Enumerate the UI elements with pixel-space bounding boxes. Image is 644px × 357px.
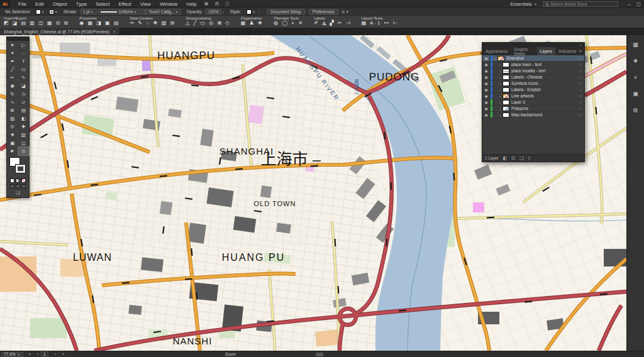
tool-hand[interactable]: ☛ xyxy=(7,147,18,155)
menu-object[interactable]: Object xyxy=(48,1,72,7)
tool-blob-brush[interactable]: ◉ xyxy=(7,82,18,90)
style-swatch[interactable] xyxy=(247,9,252,14)
bridge-icon[interactable]: ◫ xyxy=(222,1,233,6)
opacity-chevron-icon[interactable]: › xyxy=(223,10,224,14)
stroke-color-swatch[interactable] xyxy=(49,9,54,14)
section-labels[interactable]: Labels ✐ ◮ ▞ ✂ ⊣ xyxy=(314,16,352,26)
section-data-creation[interactable]: Data Creation ✑ ✎ ◌ ❖ ▧ ⊞ xyxy=(130,16,175,26)
thematic-tools-icons[interactable]: ◍ ◯ ◐ ✕ xyxy=(274,20,304,26)
tool-gradient[interactable]: ◧ xyxy=(18,114,30,123)
adjustments-panel-icon[interactable]: ❖ xyxy=(630,55,641,67)
delete-layer-icon[interactable]: ▯ xyxy=(528,156,530,161)
tool-blend[interactable]: ✚ xyxy=(18,123,30,131)
section-layout-tools[interactable]: Layout Tools ▦ A·1 ⊷ ⊢ xyxy=(362,16,399,26)
expand-arrow-icon[interactable]: › xyxy=(497,69,502,73)
search-input[interactable]: Search Adobe Stock xyxy=(543,1,618,7)
document-setup-button[interactable]: Document Setup xyxy=(267,9,304,14)
chevron-down-icon[interactable]: ▾ xyxy=(42,9,44,14)
tool-eyedropper[interactable]: ⊙ xyxy=(7,123,18,131)
layer-row-place-town-text[interactable]: ◉ › place town - text ○ xyxy=(482,62,584,68)
none-button[interactable] xyxy=(21,178,26,183)
visibility-eye-icon[interactable]: ◉ xyxy=(482,81,491,85)
tool-shape-builder[interactable]: ⊞ xyxy=(7,106,18,114)
horizontal-scrollbar-thumb[interactable] xyxy=(316,353,323,356)
tool-zoom[interactable]: ◎ xyxy=(18,147,30,155)
visibility-eye-icon[interactable]: ◉ xyxy=(482,56,491,60)
menu-type[interactable]: Type xyxy=(72,1,91,7)
screen-mode-button[interactable]: ❏ xyxy=(7,190,29,197)
menu-edit[interactable]: Edit xyxy=(31,1,48,7)
tool-width[interactable]: ∿ xyxy=(7,98,18,106)
target-circle-icon[interactable]: ○ xyxy=(577,69,584,73)
document-layout-icon[interactable]: ▤ xyxy=(211,1,222,6)
fill-color-swatch[interactable] xyxy=(36,9,41,14)
menu-select[interactable]: Select xyxy=(91,1,114,7)
restore-button[interactable]: ◻ xyxy=(633,1,644,7)
tab-artboards[interactable]: Artboards xyxy=(555,47,579,55)
visibility-eye-icon[interactable]: ◉ xyxy=(482,113,491,117)
minimize-button[interactable]: – xyxy=(625,1,633,7)
tool-pen[interactable]: ✒ xyxy=(7,57,18,65)
arrange-documents-icon[interactable]: ▣ xyxy=(201,1,212,6)
layer-row-polygons[interactable]: ◉ › Polygons ○ xyxy=(482,106,584,112)
close-tab-icon[interactable]: × xyxy=(113,30,116,34)
tool-type[interactable]: T xyxy=(18,57,30,65)
menu-file[interactable]: File xyxy=(14,1,31,7)
tool-rotate[interactable]: ↻ xyxy=(7,90,18,98)
stroke-swatch[interactable] xyxy=(15,164,26,173)
variable-width-dropdown[interactable]: Uniform ▾ xyxy=(98,9,140,14)
visibility-eye-icon[interactable]: ◉ xyxy=(482,69,491,73)
draw-behind-button[interactable] xyxy=(16,184,20,189)
section-thematic-tools[interactable]: Thematic Tools ◍ ◯ ◐ ✕ xyxy=(274,16,304,26)
tool-mesh[interactable]: ▧ xyxy=(7,114,18,123)
section-organization[interactable]: Organization ▦ ♟ ❖ xyxy=(241,16,264,26)
align-options-icon[interactable]: ≣ ▾ xyxy=(338,9,352,14)
clipping-mask-icon[interactable]: ◧ xyxy=(503,156,508,161)
target-circle-icon[interactable]: ○ xyxy=(577,63,584,67)
visibility-eye-icon[interactable]: ◉ xyxy=(482,75,491,79)
expand-arrow-icon[interactable]: ⌄ xyxy=(492,56,497,60)
tool-eraser[interactable]: ◪ xyxy=(18,82,30,90)
layer-row-labels-chinese[interactable]: ◉ › Labels - Chinese ○ xyxy=(482,74,584,80)
workspace-switcher[interactable]: Essentials ▾ xyxy=(511,1,538,7)
brush-dropdown[interactable]: Touch Callig... ▾ xyxy=(142,9,182,14)
menu-help[interactable]: Help xyxy=(182,1,201,7)
previous-artboard-button[interactable]: ‹ xyxy=(37,352,40,356)
artboards-panel-icon[interactable]: ▣ xyxy=(630,88,641,99)
expand-arrow-icon[interactable]: › xyxy=(497,63,502,67)
expand-arrow-icon[interactable]: › xyxy=(497,94,502,98)
chevron-down-icon[interactable]: ▾ xyxy=(55,9,57,14)
tool-free-transform[interactable]: ▱ xyxy=(18,98,30,106)
tool-scale[interactable]: ◷ xyxy=(18,90,30,98)
layer-row-labels-english[interactable]: ◉ › Labels - English ○ xyxy=(482,87,584,93)
stroke-weight-input[interactable]: 1 pt ▾ xyxy=(80,9,97,14)
section-import-export[interactable]: Import/Export ◩ ◪ ▤ ▥ ◫ ▦ ⊟ ⊞ xyxy=(4,16,69,26)
draw-normal-button[interactable] xyxy=(10,184,14,189)
section-properties[interactable]: Properties ◉ ▦ ◨ ▣ ▤ xyxy=(79,16,119,26)
layer-row-layer-3[interactable]: ◉ › Layer 3 ○ xyxy=(482,99,584,106)
layer-row-symbols-icons[interactable]: ◉ › Symbols icons ○ xyxy=(482,80,584,87)
tool-slice[interactable]: ◫ xyxy=(18,139,30,147)
tool-magic-wand[interactable]: ✶ xyxy=(7,49,18,57)
target-circle-icon[interactable]: ○ xyxy=(577,82,584,85)
target-circle-icon[interactable]: ○ xyxy=(577,113,584,117)
tab-graphic-styles[interactable]: Graphic Styles xyxy=(511,47,536,55)
color-button[interactable] xyxy=(10,178,14,183)
libraries-panel-icon[interactable]: ▦ xyxy=(630,39,641,50)
tool-symbol-sprayer[interactable]: ❖ xyxy=(7,131,18,139)
chevron-down-icon[interactable]: ▾ xyxy=(253,9,255,14)
gradient-button[interactable] xyxy=(16,178,20,183)
visibility-eye-icon[interactable]: ◉ xyxy=(482,100,491,104)
menu-window[interactable]: Window xyxy=(155,1,182,7)
expand-arrow-icon[interactable]: › xyxy=(497,88,502,92)
visibility-eye-icon[interactable]: ◉ xyxy=(482,106,491,111)
tool-perspective-grid[interactable]: ▤ xyxy=(18,106,30,114)
tool-paintbrush[interactable]: ✏ xyxy=(7,74,18,82)
tool-column-graph[interactable]: ▥ xyxy=(18,131,30,139)
artboard-number-field[interactable]: 1 xyxy=(41,351,48,357)
opacity-input[interactable]: 100% xyxy=(206,9,221,14)
tab-layers[interactable]: Layers xyxy=(537,47,556,55)
expand-arrow-icon[interactable]: › xyxy=(497,113,502,117)
tool-selection[interactable]: ➤ xyxy=(7,41,18,49)
globe-panel-icon[interactable]: ◍ xyxy=(630,104,641,116)
